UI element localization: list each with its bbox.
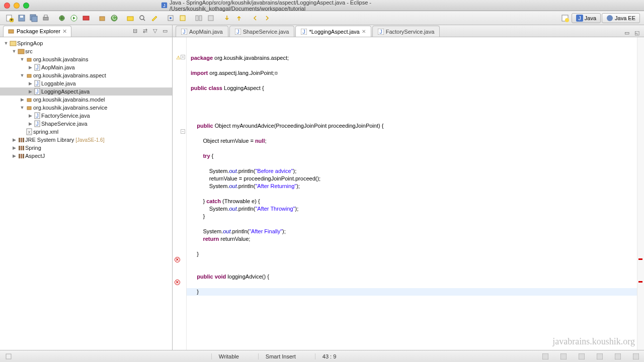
show-source-button[interactable]: [205, 13, 216, 24]
code-token: ;: [265, 138, 266, 144]
editor-tab[interactable]: JShapeService.java: [229, 26, 295, 37]
run-external-button[interactable]: [80, 13, 92, 24]
tree-project[interactable]: ▼SpringAop: [0, 39, 172, 47]
open-perspective-button[interactable]: [559, 13, 571, 24]
tree-jre[interactable]: ▶JRE System Library[JavaSE-1.6]: [0, 136, 172, 144]
new-class-button[interactable]: C: [109, 13, 120, 24]
link-editor-button[interactable]: ⇄: [141, 27, 149, 35]
svg-rect-9: [43, 17, 48, 20]
svg-rect-45: [27, 99, 31, 102]
view-menu-button[interactable]: ▽: [151, 27, 159, 35]
tree-pkg3[interactable]: ▶org.koushik.javabrains.model: [0, 96, 172, 104]
editor-tab[interactable]: JAopMain.java: [176, 26, 228, 37]
collapse-all-button[interactable]: ⊟: [131, 27, 139, 35]
pkg4-label: org.koushik.javabrains.service: [33, 105, 107, 111]
prev-annotation-button[interactable]: [233, 13, 245, 24]
annotate-button[interactable]: [149, 13, 160, 24]
code-token: Object returnValue =: [191, 138, 255, 144]
trim-icon[interactable]: [633, 353, 639, 359]
back-button[interactable]: [250, 13, 261, 24]
restore-editor-button[interactable]: ◱: [633, 29, 641, 37]
show-whitespace-button[interactable]: [193, 13, 204, 24]
tree-file[interactable]: ▶JShapeService.java: [0, 120, 172, 128]
perspective-java-label: Java: [585, 15, 596, 21]
code-token: (Throwable e) {: [221, 198, 260, 204]
code-token: void: [213, 274, 226, 280]
maximize-editor-button[interactable]: ▭: [623, 29, 631, 37]
overview-error-mark[interactable]: [638, 281, 642, 283]
code-token: org.koushik.javabrains.aspect;: [213, 55, 289, 61]
close-icon[interactable]: ✕: [362, 29, 366, 34]
svg-text:J: J: [578, 15, 581, 21]
java-perspective-icon: J: [576, 15, 583, 22]
trim-icon[interactable]: [615, 353, 621, 359]
minimize-view-button[interactable]: ▭: [161, 27, 169, 35]
code-token: public: [191, 85, 207, 91]
tree-spring-lib[interactable]: ▶Spring: [0, 144, 172, 152]
search-button[interactable]: [137, 13, 148, 24]
new-package-button[interactable]: [97, 13, 108, 24]
tree-xml-file[interactable]: xspring.xml: [0, 128, 172, 136]
svg-rect-55: [23, 138, 24, 142]
project-label: SpringAop: [17, 40, 43, 46]
library-icon: [17, 152, 25, 159]
package-tree[interactable]: ▼SpringAop ▼src ▼org.koushik.javabrains …: [0, 37, 172, 350]
perspective-switcher: J Java Java EE: [559, 13, 640, 24]
tree-aspectj-lib[interactable]: ▶AspectJ: [0, 152, 172, 160]
next-annotation-button[interactable]: [221, 13, 232, 24]
trim-icon[interactable]: [597, 353, 603, 359]
tree-pkg1[interactable]: ▼org.koushik.javabrains: [0, 55, 172, 63]
code-token: );: [295, 206, 299, 212]
run-button[interactable]: [68, 13, 79, 24]
tree-src[interactable]: ▼src: [0, 47, 172, 55]
error-marker[interactable]: ✕: [175, 257, 180, 262]
zoom-window-button[interactable]: [23, 3, 29, 9]
overview-ruler[interactable]: [637, 37, 644, 350]
tab-label: *LoggingAspect.java: [309, 29, 359, 35]
trim-icon[interactable]: [560, 353, 567, 359]
close-icon[interactable]: ✕: [62, 28, 67, 35]
new-button[interactable]: +: [4, 13, 15, 24]
error-marker[interactable]: ✕: [175, 280, 180, 285]
fold-marker[interactable]: +: [181, 55, 185, 59]
overview-error-mark[interactable]: [638, 258, 642, 260]
jre-label: JRE System Library: [25, 137, 74, 143]
toggle-mark-button[interactable]: [165, 13, 176, 24]
close-window-button[interactable]: [4, 3, 10, 9]
pkg2-label: org.koushik.javabrains.aspect: [33, 72, 106, 78]
open-type-button[interactable]: [125, 13, 136, 24]
tree-file[interactable]: ▶JAopMain.java: [0, 63, 172, 71]
editor-tab-active[interactable]: J*LoggingAspect.java✕: [295, 26, 371, 37]
editor-gutter[interactable]: ⚠ + − ✕ ✕: [173, 37, 187, 350]
minimize-window-button[interactable]: [14, 3, 20, 9]
tree-pkg4[interactable]: ▼org.koushik.javabrains.service: [0, 104, 172, 112]
fold-marker[interactable]: −: [181, 129, 185, 134]
trim-icon[interactable]: [579, 353, 585, 359]
svg-rect-59: [19, 154, 20, 158]
svg-rect-8: [32, 16, 37, 22]
window-titlebar: J Java - SpringAop/src/org/koushik/javab…: [0, 0, 644, 11]
tree-file-selected[interactable]: ▶JLoggingAspect.java: [0, 87, 172, 96]
tree-pkg2[interactable]: ▼org.koushik.javabrains.aspect: [0, 71, 172, 79]
svg-rect-54: [21, 138, 22, 142]
editor-tab[interactable]: JFactoryService.java: [372, 26, 440, 37]
svg-rect-40: [27, 74, 31, 77]
package-explorer-tab[interactable]: Package Explorer ✕: [3, 26, 71, 37]
jre-version: [JavaSE-1.6]: [75, 137, 104, 143]
java-file-icon: J: [33, 112, 41, 119]
tree-file[interactable]: ▶JFactoryService.java: [0, 112, 172, 120]
java-file-icon: J: [33, 64, 41, 71]
perspective-javaee[interactable]: Java EE: [602, 13, 640, 23]
tree-file[interactable]: ▶JLoggable.java: [0, 79, 172, 87]
debug-button[interactable]: [56, 13, 67, 24]
toggle-block-button[interactable]: [177, 13, 188, 24]
trim-icon[interactable]: [542, 353, 548, 359]
code-editor[interactable]: package org.koushik.javabrains.aspect; i…: [187, 37, 637, 350]
perspective-java[interactable]: J Java: [572, 13, 601, 23]
print-button[interactable]: [40, 13, 51, 24]
code-token: {: [210, 153, 214, 159]
forward-button[interactable]: [262, 13, 273, 24]
save-all-button[interactable]: [28, 13, 39, 24]
svg-text:x: x: [28, 129, 31, 135]
save-button[interactable]: [16, 13, 27, 24]
